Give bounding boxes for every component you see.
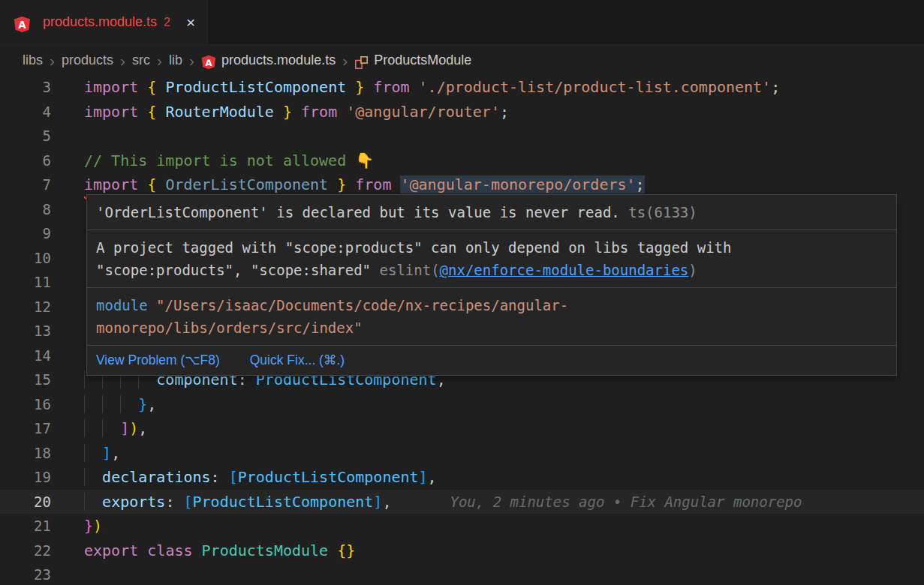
token: ): [129, 419, 138, 437]
ts-error-message: 'OrderListComponent' is declared but its…: [87, 195, 896, 230]
line-number: 20: [0, 490, 51, 514]
token: ): [93, 517, 102, 535]
token: {}: [337, 542, 355, 560]
line-number: 6: [0, 148, 51, 173]
token: import: [84, 103, 147, 121]
tab-products-module[interactable]: A products.module.ts 2 ×: [0, 0, 208, 44]
line-number: 3: [0, 75, 51, 100]
code-text: import { ProductListComponent } from './…: [84, 75, 780, 100]
code-line-3[interactable]: 3import { ProductListComponent } from '.…: [0, 75, 924, 100]
token: ,: [111, 444, 120, 462]
token: ;: [636, 176, 645, 194]
code-line-4[interactable]: 4import { RouterModule } from '@angular/…: [0, 100, 924, 124]
token: declarations: [102, 468, 211, 486]
line-number: 22: [0, 538, 51, 563]
svg-text:A: A: [206, 58, 212, 68]
view-problem-action[interactable]: View Problem (⌥F8): [96, 352, 220, 369]
token: from: [364, 78, 418, 96]
token: :: [165, 493, 183, 511]
token: from: [346, 176, 400, 194]
breadcrumb-item-libs[interactable]: libs: [23, 52, 43, 68]
breadcrumb-item-src[interactable]: src: [132, 52, 150, 68]
angular-icon: A: [14, 16, 31, 33]
code-line-20[interactable]: 20 exports: [ProductListComponent],You, …: [0, 490, 924, 514]
token: export: [84, 542, 147, 560]
token: ,: [147, 395, 156, 413]
token: {: [147, 176, 165, 194]
token: :: [211, 468, 229, 486]
module-path-line2: monorepo/libs/orders/src/index": [96, 320, 363, 336]
token: [84, 419, 120, 437]
code-text: },: [84, 392, 156, 417]
token: ;: [771, 78, 780, 96]
line-number: 13: [0, 319, 51, 344]
eslint-error-scopes: "scope:products", "scope:shared": [96, 262, 371, 278]
token: [84, 468, 102, 486]
quick-fix-action[interactable]: Quick Fix... (⌘.): [250, 352, 345, 369]
code-text: import { RouterModule } from '@angular/r…: [84, 100, 509, 124]
code-text: ],: [84, 441, 120, 466]
eslint-rule-link[interactable]: @nx/enforce-module-boundaries: [440, 262, 689, 278]
line-number: 19: [0, 465, 51, 490]
token: }: [138, 395, 147, 413]
token: ]: [102, 444, 111, 462]
token: ]: [373, 493, 382, 511]
module-symbol-icon: [354, 56, 369, 70]
eslint-error-line2: "scope:products", "scope:shared" eslint(…: [96, 259, 887, 281]
code-line-5[interactable]: 5: [0, 124, 924, 148]
token: [: [229, 468, 238, 486]
token: './product-list/product-list.component': [419, 78, 772, 96]
line-number: 23: [0, 562, 51, 585]
token: ]: [419, 468, 428, 486]
code-text: // This import is not allowed 👇: [84, 148, 374, 173]
angular-icon: A: [201, 55, 216, 70]
line-number: 7: [0, 172, 51, 197]
token: [84, 493, 102, 511]
line-number: 15: [0, 368, 51, 392]
token: }: [84, 517, 93, 535]
breadcrumb-item-lib[interactable]: lib: [169, 52, 182, 68]
line-number: 21: [0, 514, 51, 538]
code-line-21[interactable]: 21}): [0, 514, 924, 538]
code-text: declarations: [ProductListComponent],: [84, 465, 437, 490]
line-number: 16: [0, 392, 51, 417]
breadcrumb-item-products[interactable]: products: [62, 52, 113, 68]
code-text: ]),: [84, 416, 147, 441]
module-info: module "/Users/isaac/Documents/code/nx-r…: [87, 287, 896, 345]
eslint-source-close: ): [688, 262, 697, 278]
token: [: [183, 493, 192, 511]
token: '@angular-monorepo/orders': [400, 176, 635, 194]
breadcrumb-item-symbol[interactable]: ProductsModule: [374, 52, 471, 68]
code-line-7[interactable]: 7import { OrderListComponent } from '@an…: [0, 172, 924, 197]
token: 👇: [355, 152, 374, 170]
error-hover-popup: 'OrderListComponent' is declared but its…: [86, 194, 897, 376]
token: ,: [138, 419, 147, 437]
module-path-line1: "/Users/isaac/Documents/code/nx-recipes/…: [156, 297, 568, 314]
code-text: exports: [ProductListComponent],You, 2 m…: [84, 490, 802, 514]
code-line-19[interactable]: 19 declarations: [ProductListComponent],: [0, 465, 924, 490]
token: }: [346, 78, 364, 96]
close-icon[interactable]: ×: [186, 14, 195, 30]
token: class: [147, 542, 201, 560]
tab-bar: A products.module.ts 2 ×: [0, 0, 924, 45]
code-line-17[interactable]: 17 ]),: [0, 416, 924, 441]
token: ProductListComponent: [238, 468, 419, 486]
code-editor[interactable]: 3import { ProductListComponent } from '.…: [0, 75, 924, 585]
line-number: 14: [0, 344, 51, 368]
token: exports: [102, 493, 165, 511]
line-number: 5: [0, 124, 51, 148]
token: import: [84, 78, 147, 96]
code-line-16[interactable]: 16 },: [0, 392, 924, 417]
hover-actions: View Problem (⌥F8) Quick Fix... (⌘.): [87, 345, 896, 375]
line-number: 17: [0, 416, 51, 441]
token: ProductsModule: [202, 542, 338, 560]
code-line-18[interactable]: 18 ],: [0, 441, 924, 466]
code-line-22[interactable]: 22export class ProductsModule {}: [0, 538, 924, 563]
code-line-6[interactable]: 6// This import is not allowed 👇: [0, 148, 924, 173]
token: ,: [382, 493, 391, 511]
token: ProductListComponent: [193, 493, 374, 511]
breadcrumb-item-file[interactable]: products.module.ts: [221, 52, 336, 68]
code-line-23[interactable]: 23: [0, 562, 924, 585]
token: ]: [120, 419, 129, 437]
module-keyword: module: [96, 297, 148, 314]
